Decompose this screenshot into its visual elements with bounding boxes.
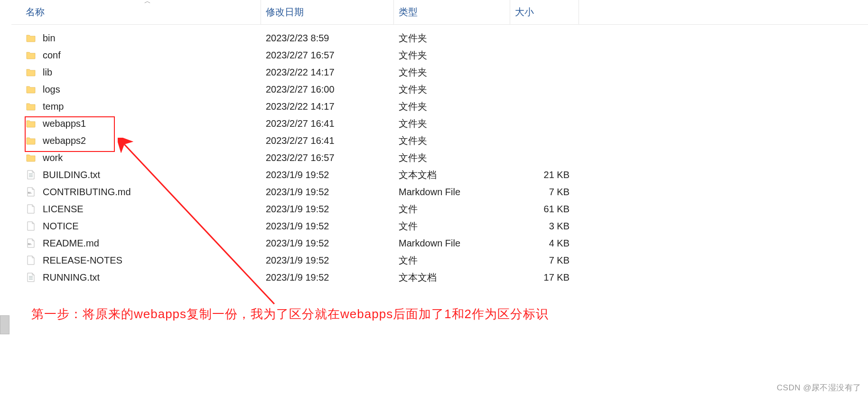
cell-type: 文件夹 (394, 100, 510, 113)
cell-type: 文件夹 (394, 49, 510, 62)
cell-size: 21 KB (510, 170, 579, 180)
table-row[interactable]: conf2023/2/27 16:57文件夹 (11, 47, 868, 64)
md-icon: M↓ (26, 187, 36, 197)
cell-date: 2023/2/22 14:17 (261, 101, 394, 112)
cell-type: Markdown File (394, 187, 510, 198)
table-row[interactable]: webapps12023/2/27 16:41文件夹 (11, 115, 868, 132)
cell-name[interactable]: bin (11, 33, 261, 44)
folder-icon (26, 84, 36, 95)
cell-size: 4 KB (510, 238, 579, 249)
folder-icon (26, 67, 36, 77)
cell-type: 文件夹 (394, 151, 510, 164)
file-name-label: logs (43, 84, 60, 95)
file-name-label: work (43, 152, 63, 163)
cell-type: 文件夹 (394, 32, 510, 45)
watermark-text: CSDN @尿不湿没有了 (777, 382, 861, 393)
file-name-label: LICENSE (43, 204, 84, 215)
table-row[interactable]: M↓CONTRIBUTING.md2023/1/9 19:52Markdown … (11, 183, 868, 200)
file-name-label: NOTICE (43, 221, 79, 232)
text-icon (26, 170, 36, 180)
cell-date: 2023/2/27 16:41 (261, 135, 394, 146)
cell-date: 2023/2/22 14:17 (261, 67, 394, 78)
cell-name[interactable]: NOTICE (11, 221, 261, 232)
cell-type: 文件夹 (394, 134, 510, 147)
table-row[interactable]: work2023/2/27 16:57文件夹 (11, 149, 868, 166)
cell-date: 2023/1/9 19:52 (261, 221, 394, 232)
cell-name[interactable]: RUNNING.txt (11, 272, 261, 283)
md-icon: M↓ (26, 238, 36, 248)
cell-name[interactable]: RELEASE-NOTES (11, 255, 261, 266)
folder-icon (26, 118, 36, 129)
column-header-type[interactable]: 类型 (394, 0, 510, 24)
cell-date: 2023/2/27 16:57 (261, 152, 394, 163)
table-row[interactable]: webapps22023/2/27 16:41文件夹 (11, 132, 868, 149)
cell-name[interactable]: temp (11, 101, 261, 112)
cell-size: 7 KB (510, 255, 579, 266)
column-header-name[interactable]: 名称 (11, 0, 261, 24)
text-icon (26, 272, 36, 283)
cell-date: 2023/1/9 19:52 (261, 238, 394, 249)
table-row[interactable]: logs2023/2/27 16:00文件夹 (11, 81, 868, 98)
cell-type: 文件夹 (394, 83, 510, 96)
file-name-label: RELEASE-NOTES (43, 255, 122, 266)
table-row[interactable]: LICENSE2023/1/9 19:52文件61 KB (11, 200, 868, 217)
folder-icon (26, 50, 36, 60)
cell-date: 2023/2/27 16:57 (261, 50, 394, 61)
cell-date: 2023/2/27 16:41 (261, 118, 394, 129)
cell-name[interactable]: webapps2 (11, 135, 261, 146)
cell-date: 2023/1/9 19:52 (261, 204, 394, 215)
cell-name[interactable]: M↓README.md (11, 238, 261, 249)
file-name-label: temp (43, 101, 64, 112)
cell-date: 2023/2/27 16:00 (261, 84, 394, 95)
cell-date: 2023/2/23 8:59 (261, 33, 394, 44)
table-row[interactable]: BUILDING.txt2023/1/9 19:52文本文档21 KB (11, 166, 868, 183)
cell-size: 17 KB (510, 272, 579, 283)
left-scrollbar-thumb[interactable] (0, 315, 9, 334)
cell-size: 61 KB (510, 204, 579, 215)
file-name-label: bin (43, 33, 56, 44)
table-row[interactable]: NOTICE2023/1/9 19:52文件3 KB (11, 217, 868, 235)
file-explorer: ︿ 名称 修改日期 类型 大小 bin2023/2/23 8:59文件夹conf… (11, 0, 868, 286)
file-name-label: conf (43, 50, 61, 61)
file-name-label: webapps2 (43, 135, 86, 146)
table-row[interactable]: M↓README.md2023/1/9 19:52Markdown File4 … (11, 235, 868, 252)
cell-name[interactable]: lib (11, 67, 261, 78)
table-row[interactable]: lib2023/2/22 14:17文件夹 (11, 64, 868, 81)
file-name-label: RUNNING.txt (43, 272, 100, 283)
cell-size: 3 KB (510, 221, 579, 232)
table-row[interactable]: temp2023/2/22 14:17文件夹 (11, 98, 868, 115)
cell-name[interactable]: M↓CONTRIBUTING.md (11, 187, 261, 198)
file-name-label: CONTRIBUTING.md (43, 187, 131, 198)
sort-indicator-icon: ︿ (144, 0, 151, 6)
cell-type: Markdown File (394, 238, 510, 249)
annotation-text: 第一步：将原来的webapps复制一份，我为了区分就在webapps后面加了1和… (31, 306, 549, 322)
cell-name[interactable]: work (11, 152, 261, 163)
table-row[interactable]: RUNNING.txt2023/1/9 19:52文本文档17 KB (11, 269, 868, 286)
svg-text:M↓: M↓ (28, 243, 32, 246)
blank-icon (26, 204, 36, 214)
cell-date: 2023/1/9 19:52 (261, 187, 394, 198)
cell-type: 文件 (394, 203, 510, 216)
cell-type: 文件 (394, 220, 510, 233)
cell-type: 文本文档 (394, 169, 510, 181)
cell-type: 文件夹 (394, 117, 510, 130)
svg-text:M↓: M↓ (28, 191, 32, 194)
folder-icon (26, 135, 36, 146)
cell-name[interactable]: LICENSE (11, 204, 261, 215)
file-name-label: BUILDING.txt (43, 170, 100, 180)
cell-size: 7 KB (510, 187, 579, 198)
cell-name[interactable]: webapps1 (11, 118, 261, 129)
column-header-date[interactable]: 修改日期 (261, 0, 394, 24)
cell-name[interactable]: logs (11, 84, 261, 95)
cell-date: 2023/1/9 19:52 (261, 255, 394, 266)
cell-name[interactable]: BUILDING.txt (11, 170, 261, 180)
column-header-row: 名称 修改日期 类型 大小 (11, 0, 868, 25)
cell-name[interactable]: conf (11, 50, 261, 61)
folder-icon (26, 101, 36, 112)
table-row[interactable]: RELEASE-NOTES2023/1/9 19:52文件7 KB (11, 252, 868, 269)
folder-icon (26, 33, 36, 43)
column-header-size[interactable]: 大小 (510, 0, 579, 24)
file-rows: bin2023/2/23 8:59文件夹conf2023/2/27 16:57文… (11, 25, 868, 286)
table-row[interactable]: bin2023/2/23 8:59文件夹 (11, 29, 868, 47)
cell-date: 2023/1/9 19:52 (261, 272, 394, 283)
